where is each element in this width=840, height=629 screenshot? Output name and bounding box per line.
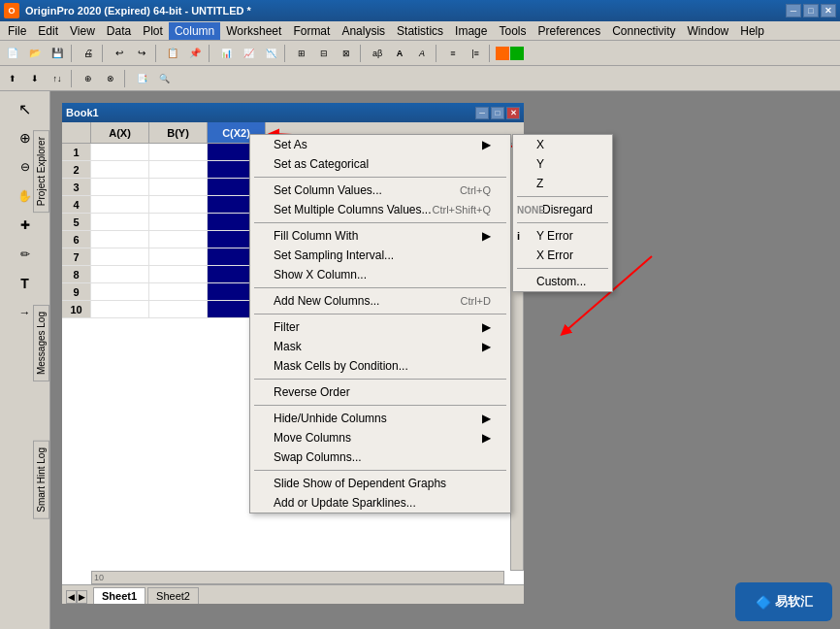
dd-reverse-order[interactable]: Reverse Order [250,382,510,402]
cell-a10[interactable] [91,301,149,317]
tb2-7[interactable]: 🔍 [153,68,175,89]
sas-x[interactable]: X [513,135,612,154]
scrollbar-horizontal[interactable]: 10 [91,571,504,584]
dd-set-categorical[interactable]: Set as Categorical [250,154,510,174]
menu-image[interactable]: Image [449,22,493,40]
menu-edit[interactable]: Edit [32,22,64,40]
tool3-btn[interactable]: ⊠ [336,43,357,64]
tool1-btn[interactable]: ⊞ [291,43,312,64]
align2-btn[interactable]: |≡ [465,43,486,64]
tb2-3[interactable]: ↑↓ [47,68,68,89]
graph3-btn[interactable]: 📉 [260,43,281,64]
tab-next[interactable]: ▶ [77,590,87,604]
dd-set-column-values[interactable]: Set Column Values... Ctrl+Q [250,181,510,200]
print-btn[interactable]: 🖨 [78,43,99,64]
color1-btn[interactable] [496,47,509,60]
tb2-6[interactable]: 📑 [131,68,152,89]
menu-data[interactable]: Data [101,22,137,40]
paste-btn[interactable]: 📌 [184,43,206,64]
menu-tools[interactable]: Tools [493,22,532,40]
menu-help[interactable]: Help [734,22,770,40]
menu-preferences[interactable]: Preferences [532,22,606,40]
sas-z[interactable]: Z [513,174,612,193]
new-btn[interactable]: 📄 [2,43,23,64]
menu-connectivity[interactable]: Connectivity [606,22,681,40]
format3-btn[interactable]: A [411,43,433,64]
project-explorer-tab[interactable]: Project Explorer [33,130,49,213]
dd-set-as[interactable]: Set As ▶ [250,135,510,154]
sas-x-error[interactable]: X Error [513,246,612,265]
menu-analysis[interactable]: Analysis [336,22,391,40]
cell-b6[interactable] [149,231,208,248]
copy-btn[interactable]: 📋 [162,43,183,64]
open-btn[interactable]: 📂 [24,43,46,64]
menu-plot[interactable]: Plot [137,22,169,40]
cell-b5[interactable] [149,214,208,230]
dd-slideshow[interactable]: Slide Show of Dependent Graphs [250,474,510,493]
save-btn[interactable]: 💾 [47,43,68,64]
graph2-btn[interactable]: 📈 [238,43,259,64]
cell-b4[interactable] [149,196,208,213]
dd-move-columns[interactable]: Move Columns ▶ [250,428,510,447]
cell-a3[interactable] [91,179,149,195]
menu-file[interactable]: File [2,22,32,40]
cell-b2[interactable] [149,161,208,178]
color2-btn[interactable] [510,47,524,60]
ws-close[interactable]: ✕ [506,107,520,119]
cell-a1[interactable] [91,144,149,160]
messages-log-tab[interactable]: Messages Log [33,305,49,381]
sas-disregard[interactable]: NONE Disregard [513,200,612,219]
minimize-button[interactable]: ─ [786,4,801,17]
maximize-button[interactable]: □ [803,4,819,17]
cell-a8[interactable] [91,266,149,282]
ws-maximize[interactable]: □ [491,107,504,119]
align1-btn[interactable]: ≡ [442,43,464,64]
cell-b3[interactable] [149,179,208,195]
dd-mask[interactable]: Mask ▶ [250,337,510,356]
menu-column[interactable]: Column [169,22,220,40]
sas-y-error[interactable]: i Y Error [513,226,612,246]
tb2-4[interactable]: ⊕ [78,68,99,89]
dd-set-multiple[interactable]: Set Multiple Columns Values... Ctrl+Shif… [250,200,510,219]
dd-mask-cells[interactable]: Mask Cells by Condition... [250,356,510,376]
tab-prev[interactable]: ◀ [66,590,77,604]
sheet1-tab[interactable]: Sheet1 [93,587,145,604]
col-a-header[interactable]: A(X) [91,122,149,143]
cell-b9[interactable] [149,283,208,300]
cell-a6[interactable] [91,231,149,248]
dd-swap-columns[interactable]: Swap Columns... [250,447,510,467]
menu-view[interactable]: View [64,22,101,40]
sas-y[interactable]: Y [513,154,612,174]
sidebar-text[interactable]: T [12,270,39,297]
sidebar-edit[interactable]: ✏ [12,241,39,268]
menu-window[interactable]: Window [682,22,735,40]
cell-a2[interactable] [91,161,149,178]
cell-a4[interactable] [91,196,149,213]
format2-btn[interactable]: A [389,43,410,64]
sheet2-tab[interactable]: Sheet2 [147,587,199,604]
dd-hide-unhide[interactable]: Hide/Unhide Columns ▶ [250,409,510,428]
close-button[interactable]: ✕ [821,4,836,17]
sidebar-cross[interactable]: ✚ [12,212,39,239]
col-b-header[interactable]: B(Y) [149,122,208,143]
ws-minimize[interactable]: ─ [475,107,489,119]
cell-b1[interactable] [149,144,208,160]
tb2-5[interactable]: ⊗ [100,68,121,89]
dd-fill-column[interactable]: Fill Column With ▶ [250,226,510,246]
dd-add-new-columns[interactable]: Add New Columns... Ctrl+D [250,291,510,311]
tool2-btn[interactable]: ⊟ [313,43,335,64]
sas-custom[interactable]: Custom... [513,272,612,291]
cell-a5[interactable] [91,214,149,230]
graph-btn[interactable]: 📊 [215,43,237,64]
cell-a7[interactable] [91,248,149,265]
dd-set-sampling[interactable]: Set Sampling Interval... [250,246,510,265]
cell-b7[interactable] [149,248,208,265]
format1-btn[interactable]: aβ [367,43,388,64]
dd-filter[interactable]: Filter ▶ [250,317,510,337]
menu-statistics[interactable]: Statistics [391,22,449,40]
redo-btn[interactable]: ↪ [131,43,152,64]
smart-hint-tab[interactable]: Smart Hint Log [33,441,49,519]
cell-b10[interactable] [149,301,208,317]
tb2-1[interactable]: ⬆ [2,68,23,89]
cell-a9[interactable] [91,283,149,300]
